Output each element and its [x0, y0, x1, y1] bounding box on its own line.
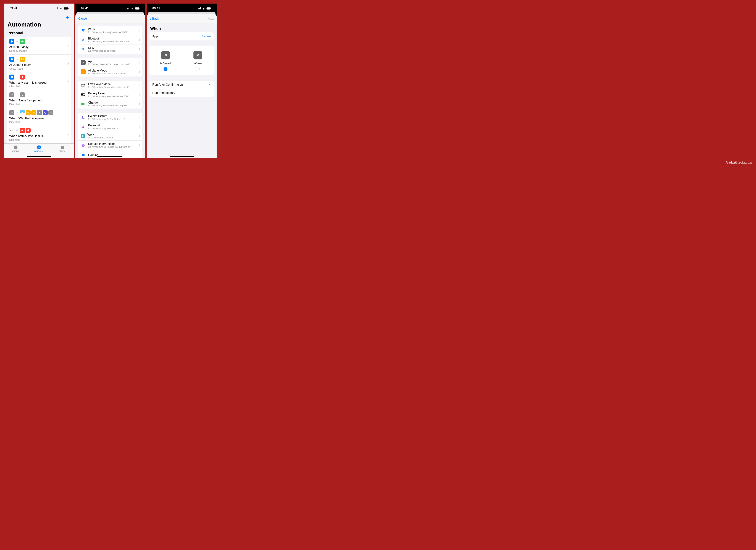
choose-button[interactable]: Choose	[200, 35, 211, 38]
wifi-icon	[59, 7, 62, 10]
phone-trigger-picker: 09:41 Cancel Wi-FiEx. “When my iPhone jo…	[75, 4, 145, 158]
app-chooser-row[interactable]: App Choose	[149, 32, 214, 40]
chevron-right-icon	[139, 29, 140, 32]
open-icon	[9, 110, 14, 115]
low-power-icon	[81, 83, 86, 88]
row-run-immediately[interactable]: Run Immediately	[149, 89, 214, 97]
trigger-sub: Ex. “When my iPhone connects to power”	[88, 104, 137, 107]
trigger-bluetooth[interactable]: BluetoothEx. “When my iPhone connects to…	[78, 35, 142, 44]
svg-rect-43	[85, 94, 85, 95]
speaker-icon	[20, 128, 25, 133]
next-button[interactable]: Next	[208, 17, 214, 20]
trigger-sub: Ex. “When battery level rises above 50%”	[88, 95, 137, 98]
automation-item-title: When any alarm is snoozed	[9, 81, 66, 85]
trigger-battery-level[interactable]: Battery LevelEx. “When battery level ris…	[78, 90, 142, 99]
chevron-right-icon	[67, 62, 69, 65]
game-icon	[81, 152, 86, 157]
text-icon	[26, 110, 31, 115]
svg-rect-31	[61, 146, 64, 149]
trigger-charger[interactable]: ChargerEx. “When my iPhone connects to p…	[78, 99, 142, 109]
automation-item[interactable]: → At 09:00, daily Send Message	[7, 37, 71, 55]
tab-gallery[interactable]: Gallery	[51, 144, 74, 158]
tile-is-opened[interactable]: Is Opened	[149, 51, 182, 71]
trigger-sub: Ex. “When I tap an NFC tag”	[88, 50, 137, 52]
wifi-icon	[81, 28, 86, 33]
trigger-low-power[interactable]: Low Power ModeEx. “When Low Power Mode i…	[78, 81, 142, 90]
status-icons	[198, 7, 211, 10]
trigger-group: Wi-FiEx. “When my iPhone joins home Wi-F…	[78, 26, 142, 54]
trigger-sub: Ex. “When my iPhone joins home Wi-Fi”	[88, 31, 137, 34]
automation-item[interactable]: → When any alarm is snoozed Disabled	[7, 72, 71, 90]
page-title: Automation	[7, 21, 70, 28]
atom-icon	[81, 143, 86, 148]
trigger-reduce-interruptions[interactable]: Reduce InterruptionsEx. “When turning Re…	[78, 141, 142, 150]
result-icon	[20, 57, 25, 62]
trigger-dnd[interactable]: Do Not DisturbEx. “When turning Do Not D…	[78, 113, 142, 122]
status-icons	[126, 7, 140, 10]
chevron-right-icon	[139, 103, 140, 105]
trigger-work[interactable]: WorkEx. “When turning Work on”	[78, 131, 142, 141]
svg-rect-16	[33, 112, 35, 112]
svg-rect-8	[22, 58, 23, 60]
trigger-nfc[interactable]: NFCEx. “When I tap an NFC tag”	[78, 44, 142, 54]
automation-list: → At 09:00, daily Send Message → At 09:0…	[7, 37, 71, 143]
chevron-right-icon	[139, 48, 140, 50]
automation-item-sub: Disabled	[9, 138, 66, 141]
trigger-group: AppEx. “When “Weather” is opened or clos…	[78, 58, 142, 77]
home-indicator[interactable]	[170, 156, 194, 157]
sheet-nav: Back Next	[147, 14, 217, 23]
tab-shortcuts[interactable]: Shortcuts	[4, 144, 27, 158]
modal-sheet: Back Next When App Choose Is Opened	[147, 14, 217, 158]
cancel-button[interactable]: Cancel	[78, 17, 88, 20]
add-automation-button[interactable]: +	[65, 14, 70, 21]
trigger-sub: Ex. “When my iPhone connects to AirPods”	[88, 40, 137, 43]
bell-icon	[26, 128, 31, 133]
tab-label: Shortcuts	[12, 150, 19, 152]
chevron-right-icon	[139, 93, 140, 96]
automation-item-sub: Send Message	[9, 49, 66, 52]
trigger-wifi[interactable]: Wi-FiEx. “When my iPhone joins home Wi-F…	[78, 26, 142, 35]
radio-unchecked-icon[interactable]	[196, 67, 200, 71]
open-icon	[161, 51, 170, 59]
watermark: GadgetHacks.com	[726, 160, 752, 164]
back-button[interactable]: Back	[149, 17, 159, 20]
automation-item-title: At 09:00, Friday	[9, 63, 66, 67]
row-run-after-confirmation[interactable]: Run After Confirmation ✓	[149, 81, 214, 89]
clock-icon	[9, 39, 14, 44]
app-chooser-label: App	[152, 35, 158, 38]
nfc-icon	[81, 47, 86, 52]
automation-item[interactable]: → When battery level is 90% Disabled	[7, 126, 71, 143]
bluetooth-icon	[81, 37, 86, 42]
home-indicator[interactable]	[98, 156, 122, 157]
automation-item[interactable]: → When “Weather” is opened Disabled	[7, 108, 71, 126]
radio-checked-icon[interactable]	[164, 67, 167, 71]
arrow-icon: →	[16, 40, 19, 43]
svg-rect-1	[56, 8, 56, 9]
svg-rect-41	[81, 85, 82, 86]
automation-item-sub: Show Result	[9, 67, 66, 70]
chevron-right-icon	[67, 44, 69, 47]
tile-is-closed[interactable]: Is Closed	[182, 51, 214, 71]
trigger-personal[interactable]: PersonalEx. “When turning Personal on”	[78, 122, 142, 131]
chevron-right-icon	[139, 144, 140, 146]
automation-item[interactable]: → At 09:00, Friday Show Result	[7, 55, 71, 72]
arrow-icon: →	[16, 93, 19, 96]
status-time: 09:41	[10, 7, 17, 10]
svg-rect-27	[11, 130, 11, 131]
svg-rect-56	[198, 8, 199, 9]
svg-rect-58	[200, 7, 201, 9]
trigger-title: NFC	[88, 46, 137, 49]
trigger-sub: Ex. “When Low Power Mode is turned off”	[88, 86, 137, 88]
automation-item[interactable]: → When “News” is opened Disabled	[7, 90, 71, 108]
signal-icon	[198, 7, 201, 9]
app-icon	[81, 60, 86, 65]
svg-rect-17	[33, 112, 35, 113]
trigger-airplane[interactable]: Airplane ModeEx. “When Airplane Mode is …	[78, 67, 142, 77]
trigger-app[interactable]: AppEx. “When “Weather” is opened or clos…	[78, 58, 142, 67]
svg-point-9	[22, 59, 23, 60]
open-close-picker: Is Opened Is Closed	[149, 46, 214, 75]
tile-label: Is Closed	[193, 62, 203, 65]
trigger-gaming[interactable]: Gaming	[78, 150, 142, 158]
home-indicator[interactable]	[27, 156, 51, 157]
svg-point-21	[40, 113, 41, 114]
